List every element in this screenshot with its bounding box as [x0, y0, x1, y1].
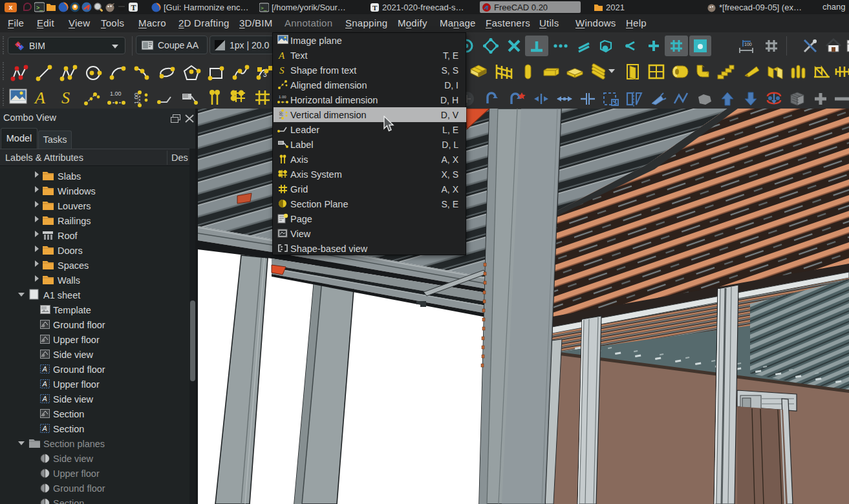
svg-text:S: S — [61, 89, 70, 107]
svg-text:S: S — [279, 65, 285, 75]
svg-text:A: A — [42, 380, 47, 388]
svg-text:100: 100 — [744, 42, 752, 47]
svg-text:A: A — [34, 89, 45, 107]
svg-text:1.00: 1.00 — [133, 92, 140, 104]
svg-text:1.00: 1.00 — [279, 95, 286, 99]
svg-text:A: A — [42, 365, 47, 373]
svg-text:1.00: 1.00 — [110, 90, 122, 97]
svg-text:A: A — [42, 425, 47, 432]
svg-text:A: A — [42, 395, 47, 403]
svg-text:A: A — [278, 50, 285, 60]
